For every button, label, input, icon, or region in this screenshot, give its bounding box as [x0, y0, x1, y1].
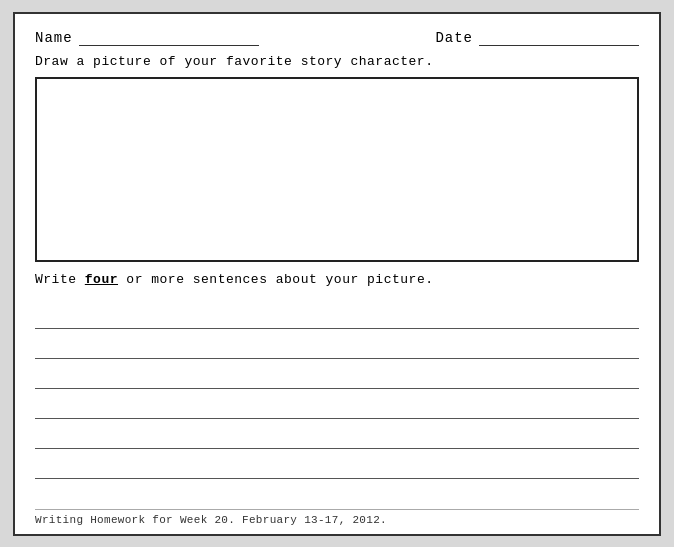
writing-line-4[interactable]: [35, 389, 639, 419]
footer-text: Writing Homework for Week 20. February 1…: [35, 514, 387, 526]
footer: Writing Homework for Week 20. February 1…: [35, 509, 639, 526]
date-line[interactable]: [479, 28, 639, 46]
write-underline-word: four: [85, 272, 118, 287]
writing-line-3[interactable]: [35, 359, 639, 389]
worksheet: Name Date Draw a picture of your favorit…: [13, 12, 661, 536]
writing-lines: [35, 299, 639, 479]
date-section: Date: [435, 28, 639, 46]
header-row: Name Date: [35, 28, 639, 46]
draw-instruction: Draw a picture of your favorite story ch…: [35, 54, 639, 69]
draw-box[interactable]: [35, 77, 639, 262]
name-label: Name: [35, 30, 73, 46]
write-prefix: Write: [35, 272, 85, 287]
write-suffix: or more sentences about your picture.: [118, 272, 433, 287]
name-line[interactable]: [79, 28, 259, 46]
write-instruction: Write four or more sentences about your …: [35, 272, 639, 287]
writing-line-5[interactable]: [35, 419, 639, 449]
name-section: Name: [35, 28, 259, 46]
date-label: Date: [435, 30, 473, 46]
writing-line-1[interactable]: [35, 299, 639, 329]
writing-line-6[interactable]: [35, 449, 639, 479]
writing-line-2[interactable]: [35, 329, 639, 359]
page-container: Name Date Draw a picture of your favorit…: [0, 0, 674, 547]
